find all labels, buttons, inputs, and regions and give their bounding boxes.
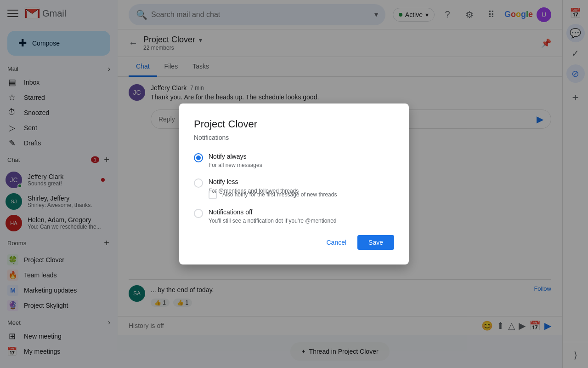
notify-always-radio[interactable]	[194, 153, 203, 162]
modal-actions: Cancel Save	[194, 235, 394, 250]
notify-always-label[interactable]: Notify always For all new messages	[194, 152, 394, 169]
save-button[interactable]: Save	[357, 235, 394, 250]
notify-always-option: Notify always For all new messages	[194, 152, 394, 169]
first-message-label: Also notify for the first message of new…	[222, 191, 337, 198]
first-message-checkbox-area: Also notify for the first message of new…	[209, 190, 394, 199]
modal-title: Project Clover	[194, 118, 394, 130]
notifications-off-radio[interactable]	[194, 209, 203, 218]
notifications-off-text: Notifications off You'll still see a not…	[209, 208, 336, 224]
notify-less-radio[interactable]	[194, 178, 203, 188]
notify-less-main: Notify less	[209, 178, 299, 187]
notify-always-text: Notify always For all new messages	[209, 152, 262, 169]
notifications-off-sub: You'll still see a notification dot if y…	[209, 218, 336, 224]
notification-modal: Project Clover Notifications Notify alwa…	[179, 104, 409, 265]
cancel-button[interactable]: Cancel	[319, 235, 354, 250]
notifications-off-label[interactable]: Notifications off You'll still see a not…	[194, 208, 394, 224]
notify-always-main: Notify always	[209, 152, 262, 161]
notify-less-option: Notify less For @mentions and followed t…	[194, 178, 394, 199]
modal-subtitle: Notifications	[194, 134, 394, 141]
notifications-off-main: Notifications off	[209, 208, 336, 217]
modal-overlay: Project Clover Notifications Notify alwa…	[0, 0, 588, 368]
notify-always-sub: For all new messages	[209, 162, 262, 168]
notifications-off-option: Notifications off You'll still see a not…	[194, 208, 394, 224]
first-message-checkbox[interactable]	[209, 190, 217, 199]
